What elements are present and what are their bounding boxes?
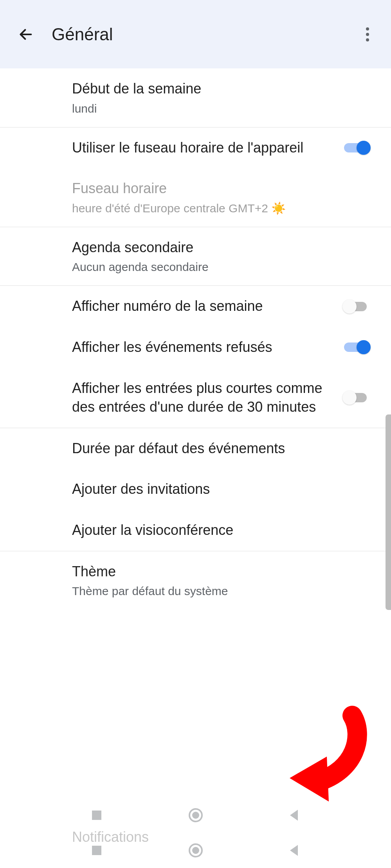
system-navbar: [0, 798, 391, 833]
scrollbar-thumb[interactable]: [386, 414, 391, 610]
setting-value: Aucun agenda secondaire: [72, 259, 368, 274]
svg-rect-9: [92, 846, 101, 855]
recents-icon[interactable]: [89, 807, 105, 823]
setting-title: Utiliser le fuseau horaire de l'appareil: [72, 138, 335, 158]
setting-theme[interactable]: Thème Thème par défaut du système: [0, 551, 391, 610]
svg-point-11: [192, 847, 199, 854]
back-arrow-icon[interactable]: [16, 25, 35, 44]
setting-short-entries[interactable]: Afficher les entrées plus courtes comme …: [0, 368, 391, 428]
setting-title: Durée par défaut des événements: [72, 439, 368, 458]
home-icon[interactable]: [188, 843, 204, 858]
page-title: Général: [52, 25, 113, 44]
svg-point-1: [366, 27, 369, 30]
setting-title: Afficher numéro de la semaine: [72, 297, 335, 316]
setting-timezone: Fuseau horaire heure d'été d'Europe cent…: [0, 168, 391, 227]
home-icon[interactable]: [188, 807, 204, 823]
back-nav-icon[interactable]: [287, 807, 303, 823]
setting-title: Thème: [72, 562, 368, 581]
setting-week-start[interactable]: Début de la semaine lundi: [0, 68, 391, 127]
setting-show-declined[interactable]: Afficher les événements refusés: [0, 327, 391, 368]
setting-value: Thème par défaut du système: [72, 583, 368, 599]
svg-marker-8: [290, 810, 298, 821]
setting-device-timezone[interactable]: Utiliser le fuseau horaire de l'appareil: [0, 127, 391, 169]
system-navbar-duplicate: [0, 833, 391, 868]
back-nav-icon[interactable]: [287, 843, 303, 858]
setting-title: Afficher les événements refusés: [72, 338, 335, 357]
annotation-arrow-icon: [266, 704, 368, 805]
setting-title: Ajouter des invitations: [72, 480, 368, 499]
setting-add-videoconf[interactable]: Ajouter la visioconférence: [0, 510, 391, 551]
setting-default-duration[interactable]: Durée par défaut des événements: [0, 428, 391, 469]
setting-title: Fuseau horaire: [72, 179, 368, 198]
setting-value: lundi: [72, 101, 368, 116]
app-header: Général: [0, 0, 391, 68]
svg-marker-4: [290, 757, 329, 802]
setting-title: Ajouter la visioconférence: [72, 521, 368, 540]
toggle-device-timezone[interactable]: [342, 140, 371, 155]
svg-point-7: [192, 812, 199, 819]
more-vert-icon[interactable]: [358, 25, 377, 44]
svg-marker-12: [290, 845, 298, 856]
setting-secondary-agenda[interactable]: Agenda secondaire Aucun agenda secondair…: [0, 227, 391, 286]
setting-add-invitations[interactable]: Ajouter des invitations: [0, 469, 391, 510]
svg-rect-5: [92, 811, 101, 820]
svg-point-3: [366, 38, 369, 41]
setting-value: heure d'été d'Europe centrale GMT+2 ☀️: [72, 201, 368, 216]
setting-title: Agenda secondaire: [72, 238, 368, 257]
setting-week-number[interactable]: Afficher numéro de la semaine: [0, 286, 391, 327]
svg-point-2: [366, 33, 369, 36]
settings-list: Début de la semaine lundi Utiliser le fu…: [0, 68, 391, 610]
toggle-week-number[interactable]: [342, 299, 371, 314]
setting-title: Afficher les entrées plus courtes comme …: [72, 379, 335, 417]
toggle-short-entries[interactable]: [342, 390, 371, 405]
recents-icon[interactable]: [89, 843, 105, 858]
setting-title: Début de la semaine: [72, 79, 368, 99]
toggle-show-declined[interactable]: [342, 340, 371, 355]
